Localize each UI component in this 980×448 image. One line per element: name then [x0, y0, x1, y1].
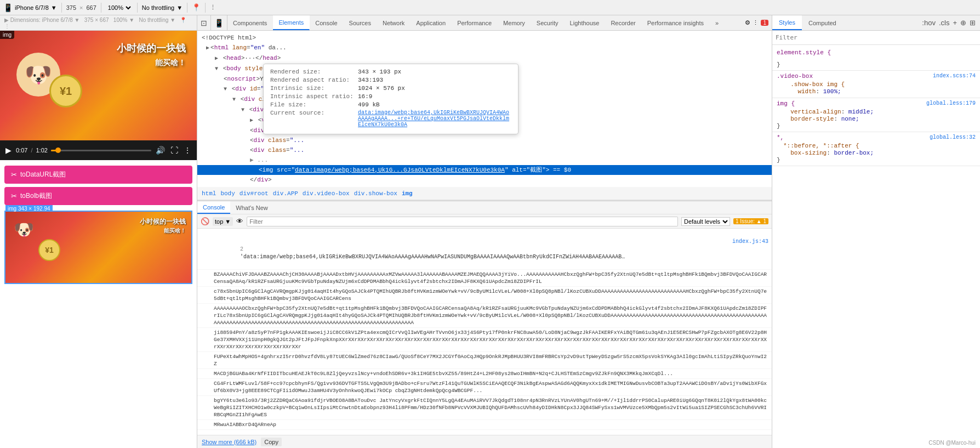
csdn-username: @Marco-hui: [945, 440, 976, 446]
tree-line[interactable]: <!DOCTYPE html>: [197, 33, 772, 43]
style-block-element: element.style { }: [772, 47, 980, 71]
settings-gear-icon[interactable]: ⚙: [745, 19, 750, 26]
styles-filter-bar: [772, 31, 980, 45]
device-mode-icon[interactable]: 📱: [211, 15, 227, 30]
show-more-link[interactable]: Show more (666 kB): [202, 439, 257, 445]
tree-line[interactable]: </div>: [197, 175, 772, 185]
to-data-url-label: toDataURL截图: [20, 170, 66, 179]
issues-badge[interactable]: 1 Issue: ▲ 1: [733, 218, 768, 224]
tree-line[interactable]: <div class="...: [197, 135, 772, 145]
no-throttling-label[interactable]: No throttling: [142, 4, 174, 11]
scissors-icon-2: ✂: [11, 192, 17, 200]
console-line-1: index.js:43 2 'data:image/webp;base64,Uk…: [197, 230, 772, 270]
style-block-img: img { global.less:179 vertical-align: mi…: [772, 98, 980, 132]
tree-line[interactable]: ▶ <head>···</head>: [197, 53, 772, 64]
devtools-panel: ⊡ 📱 Components Elements Console Sources …: [197, 15, 772, 448]
fullscreen-button[interactable]: ⛶: [169, 145, 179, 156]
tab-lighthouse[interactable]: Lighthouse: [565, 15, 606, 30]
elements-label: Elements: [278, 19, 304, 26]
dog-icon-2: 🐶: [14, 220, 34, 239]
to-blob-label: toBolb截图: [20, 191, 52, 201]
perf-insights-label: Performance insights: [647, 20, 704, 26]
more-dots-icon[interactable]: ⋮: [753, 19, 759, 26]
tree-line[interactable]: ▶<html lang="en" da...: [197, 43, 772, 53]
console-clear-icon[interactable]: 🚫: [201, 217, 209, 225]
devtools-body: Rendered size: 343 × 193 px Rendered asp…: [197, 31, 772, 448]
throttle-dropdown[interactable]: ▼: [176, 4, 183, 11]
universal-source[interactable]: global.less:32: [930, 134, 976, 142]
tab-perf-insights[interactable]: Performance insights: [642, 15, 710, 30]
copy-button[interactable]: Copy: [261, 438, 282, 446]
tab-console[interactable]: Console: [310, 15, 343, 30]
dropdown-icon[interactable]: ▼: [51, 4, 57, 11]
rendered-size-value: 343 × 193 px: [358, 69, 401, 75]
console-filter-bar: 🚫 top ▼ 👁 Default levels Verbose Info Wa…: [197, 214, 772, 229]
tab-security[interactable]: Security: [531, 15, 565, 30]
tab-application[interactable]: Application: [411, 15, 452, 30]
settings-button[interactable]: ⋮: [183, 145, 192, 156]
styles-filter-input[interactable]: [776, 34, 977, 41]
height-value[interactable]: 667: [86, 4, 96, 11]
tab-styles[interactable]: Styles: [772, 15, 802, 30]
levels-select[interactable]: Default levels Verbose Info Warnings Err…: [681, 217, 730, 226]
eye-icon[interactable]: 👁: [236, 217, 243, 225]
console-tabs: Console What's New: [197, 201, 772, 214]
device-name[interactable]: iPhone 6/7/8: [15, 4, 49, 11]
breadcrumb-body[interactable]: body: [220, 190, 235, 197]
cls-icon[interactable]: .cls: [939, 19, 950, 27]
tab-performance[interactable]: Performance: [452, 15, 498, 30]
zoom-select[interactable]: 100% 75% 50%: [106, 4, 133, 12]
tab-memory[interactable]: Memory: [498, 15, 531, 30]
filter-input[interactable]: [249, 218, 675, 225]
console-source-link[interactable]: index.js:43: [732, 238, 768, 246]
tab-sources[interactable]: Sources: [344, 15, 377, 30]
separator-4: [187, 3, 187, 13]
console-top-icon[interactable]: top ▼: [213, 217, 233, 226]
console-tab-console[interactable]: Console: [197, 201, 230, 214]
add-rule-icon[interactable]: +: [953, 19, 957, 27]
progress-bar[interactable]: [51, 150, 151, 151]
expand-icon[interactable]: ⊞: [970, 19, 976, 27]
console-output[interactable]: index.js:43 2 'data:image/webp;base64,Uk…: [197, 229, 772, 435]
breadcrumb-img[interactable]: img: [402, 190, 413, 197]
tree-line[interactable]: ▶ ...: [197, 155, 772, 165]
components-label: Components: [233, 20, 267, 26]
to-data-url-button[interactable]: ✂ toDataURL截图: [4, 166, 192, 184]
action-buttons-area: ✂ toDataURL截图 ✂ toBolb截图: [0, 160, 197, 211]
scissors-icon: ✂: [11, 171, 17, 179]
element-breadcrumb: html body div#root div.APP div.video-box…: [197, 187, 772, 200]
videobox-source[interactable]: index.scss:74: [933, 73, 976, 81]
html-tree-panel[interactable]: Rendered size: 343 × 193 px Rendered asp…: [197, 31, 772, 201]
tree-line[interactable]: <div class="...: [197, 145, 772, 155]
tab-computed[interactable]: Computed: [802, 15, 843, 30]
tab-network[interactable]: Network: [377, 15, 411, 30]
breadcrumb-div-videobox[interactable]: div.video-box: [303, 190, 350, 197]
breadcrumb-div-showbox[interactable]: div.show-box: [354, 190, 397, 197]
hover-icon[interactable]: :hov: [922, 19, 936, 27]
more-options-icon[interactable]: ⋮: [210, 4, 216, 11]
img-source[interactable]: global.less:179: [926, 100, 976, 108]
img-selector: img {: [777, 100, 795, 107]
play-button[interactable]: ▶: [4, 145, 13, 156]
console-line-2: BZAAAAChiVFJDAAABZAAAAChjCH30AAAABjAAAAD…: [197, 270, 772, 287]
style-border-style: border-style: none;: [777, 116, 976, 122]
tab-recorder[interactable]: Recorder: [605, 15, 641, 30]
breadcrumb-div-app[interactable]: div.APP: [273, 190, 298, 197]
selected-img-element[interactable]: <img src="data:image/webp;base64,Uk1G...…: [197, 165, 772, 175]
tab-components[interactable]: Components: [227, 15, 273, 30]
to-blob-button[interactable]: ✂ toBolb截图: [4, 187, 192, 205]
breadcrumb-div-root[interactable]: div#root: [240, 190, 269, 197]
new-style-rule-icon[interactable]: ⊕: [960, 19, 966, 27]
location-icon[interactable]: 📍: [192, 3, 201, 12]
current-source-link[interactable]: data:image/webp;base64,UkIGRiKeBwBXRUJQV…: [358, 110, 511, 128]
width-value[interactable]: 375: [66, 4, 76, 11]
tab-more[interactable]: »: [710, 15, 725, 30]
tab-elements[interactable]: Elements: [273, 15, 310, 30]
intrinsic-aspect-value: 16:9: [358, 93, 372, 100]
devtools-action-icons: ⚙ ⋮ 1: [742, 15, 772, 30]
inspect-element-icon[interactable]: ⊡: [197, 15, 211, 30]
volume-button[interactable]: 🔊: [155, 145, 166, 156]
preview-image-thumb: 🐶 ¥1 小时候的一块钱 能买啥！: [5, 212, 191, 283]
console-tab-whatsnew[interactable]: What's New: [230, 201, 273, 214]
breadcrumb-html[interactable]: html: [202, 190, 216, 197]
